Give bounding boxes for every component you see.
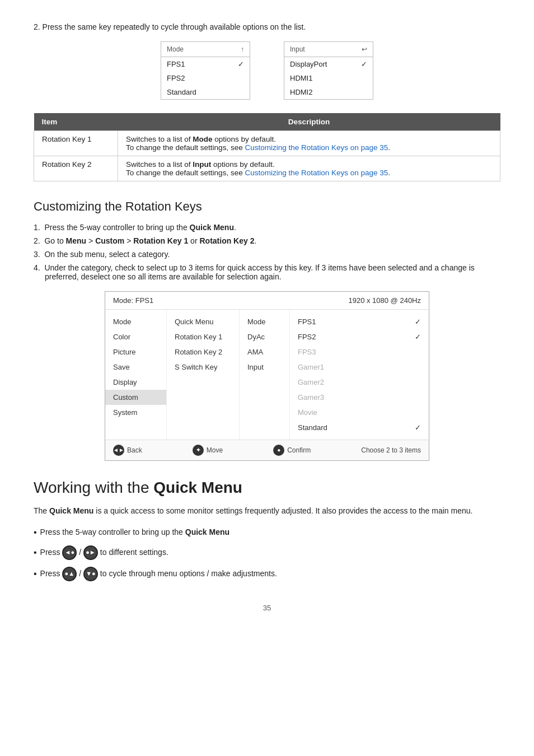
osd-header: Mode: FPS1 1920 x 1080 @ 240Hz — [105, 292, 429, 310]
step-1: 1. Press the 5-way controller to bring u… — [34, 223, 500, 232]
osd-body: Mode Color Picture Save Display Custom S… — [105, 310, 429, 440]
table-header-item: Item — [34, 113, 118, 131]
mode-label: Mode — [167, 45, 184, 53]
back-icon: ◄► — [113, 445, 124, 456]
up-icon: ●▲ — [62, 567, 77, 581]
rotation-key-1-label: Rotation Key 1 — [34, 131, 118, 156]
bullet-3: • Press ●▲ / ▼● to cycle through menu op… — [34, 567, 500, 581]
osd-item-mode: Mode — [105, 314, 166, 329]
osd-cat-dyac: DyAc — [240, 329, 289, 344]
osd-mode-fps3: FPS3 — [290, 344, 429, 360]
footer-confirm: ● Confirm — [273, 445, 311, 456]
osd-col-custom: Quick Menu Rotation Key 1 Rotation Key 2… — [167, 310, 240, 440]
osd-mode-fps1: FPS1✓ — [290, 314, 429, 329]
quick-menu-heading: Working with the Quick Menu — [34, 479, 500, 497]
osd-item-switch-key: S Switch Key — [167, 360, 239, 375]
mode-dropdown-header: Mode ↑ — [161, 42, 250, 57]
input-item-hdmi1: HDMI1 — [284, 71, 373, 85]
osd-mode-fps2: FPS2✓ — [290, 329, 429, 344]
osd-item-display: Display — [105, 375, 166, 390]
osd-item-rotation-key-1: Rotation Key 1 — [167, 329, 239, 344]
mode-item-fps1: FPS1✓ — [161, 57, 250, 71]
mode-item-fps2: FPS2 — [161, 71, 250, 85]
quick-menu-desc: The Quick Menu is a quick access to some… — [34, 505, 500, 517]
down-icon: ▼● — [83, 567, 98, 581]
osd-footer: ◄► Back ✦ Move ● Confirm Choose 2 to 3 i… — [105, 440, 429, 460]
osd-mode-standard: Standard✓ — [290, 420, 429, 435]
customizing-heading: Customizing the Rotation Keys — [34, 199, 500, 214]
osd-cat-mode: Mode — [240, 314, 289, 329]
rotation-key-table: Item Description Rotation Key 1 Switches… — [34, 113, 500, 181]
footer-choose: Choose 2 to 3 items — [361, 445, 421, 456]
table-row: Rotation Key 1 Switches to a list of Mod… — [34, 131, 500, 156]
osd-resolution-label: 1920 x 1080 @ 240Hz — [348, 296, 421, 305]
osd-mode-label: Mode: FPS1 — [113, 296, 153, 305]
mode-dropdown: Mode ↑ FPS1✓ FPS2 Standard — [161, 41, 250, 100]
step-4: 4. Under the category, check to select u… — [34, 263, 500, 281]
osd-col-main: Mode Color Picture Save Display Custom S… — [105, 310, 167, 440]
input-dropdown-header: Input ↩ — [284, 42, 373, 57]
osd-mode-movie: Movie — [290, 405, 429, 420]
rotation-key-1-desc: Switches to a list of Mode options by de… — [118, 131, 500, 156]
osd-item-color: Color — [105, 329, 166, 344]
bullet-2: • Press ◄● / ●► to different settings. — [34, 545, 500, 560]
osd-col-categories: Mode DyAc AMA Input — [240, 310, 290, 440]
osd-item-system: System — [105, 405, 166, 420]
osd-item-custom: Custom — [105, 390, 166, 405]
osd-mode-gamer3: Gamer3 — [290, 390, 429, 405]
osd-cat-input: Input — [240, 360, 289, 375]
table-header-description: Description — [118, 113, 500, 131]
osd-item-quick-menu: Quick Menu — [167, 314, 239, 329]
table-row: Rotation Key 2 Switches to a list of Inp… — [34, 156, 500, 181]
input-item-displayport: DisplayPort✓ — [284, 57, 373, 71]
left-icon: ◄● — [62, 545, 77, 560]
osd-cat-ama: AMA — [240, 344, 289, 360]
osd-item-rotation-key-2: Rotation Key 2 — [167, 344, 239, 360]
input-label: Input — [290, 45, 305, 53]
osd-item-picture: Picture — [105, 344, 166, 360]
dropdown-illustration: Mode ↑ FPS1✓ FPS2 Standard Input ↩ Displ… — [34, 41, 500, 100]
move-icon: ✦ — [193, 445, 204, 456]
rotation-key-2-link[interactable]: Customizing the Rotation Keys on page 35 — [245, 169, 388, 177]
step-3: 3. On the sub menu, select a category. — [34, 250, 500, 259]
input-item-hdmi2: HDMI2 — [284, 85, 373, 99]
rotation-key-2-label: Rotation Key 2 — [34, 156, 118, 181]
step-2: 2. Go to Menu > Custom > Rotation Key 1 … — [34, 236, 500, 245]
confirm-icon: ● — [273, 445, 284, 456]
mode-arrow: ↑ — [241, 45, 244, 53]
bullet-1: • Press the 5-way controller to bring up… — [34, 526, 500, 538]
customizing-steps: 1. Press the 5-way controller to bring u… — [34, 223, 500, 281]
mode-item-standard: Standard — [161, 85, 250, 99]
step2-text: 2. Press the same key repeatedly to cycl… — [34, 22, 500, 31]
page-number: 35 — [34, 604, 500, 612]
rotation-key-2-desc: Switches to a list of Input options by d… — [118, 156, 500, 181]
footer-move: ✦ Move — [193, 445, 223, 456]
rotation-key-1-link[interactable]: Customizing the Rotation Keys on page 35 — [245, 143, 388, 152]
osd-mode-gamer2: Gamer2 — [290, 375, 429, 390]
input-arrow: ↩ — [362, 45, 367, 53]
osd-col-mode-options: FPS1✓ FPS2✓ FPS3 Gamer1 Gamer2 Gamer3 Mo… — [290, 310, 429, 440]
quick-menu-bullets: • Press the 5-way controller to bring up… — [34, 526, 500, 581]
right-icon: ●► — [83, 545, 98, 560]
osd-menu: Mode: FPS1 1920 x 1080 @ 240Hz Mode Colo… — [105, 291, 429, 461]
osd-mode-gamer1: Gamer1 — [290, 360, 429, 375]
footer-back: ◄► Back — [113, 445, 142, 456]
osd-item-save: Save — [105, 360, 166, 375]
input-dropdown: Input ↩ DisplayPort✓ HDMI1 HDMI2 — [284, 41, 373, 100]
